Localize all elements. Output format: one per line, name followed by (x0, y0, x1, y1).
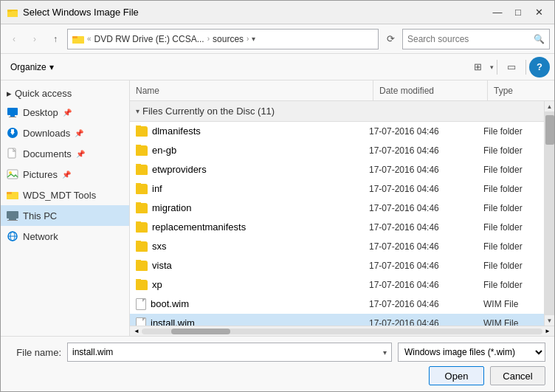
svg-rect-19 (9, 219, 16, 220)
refresh-button[interactable]: ⟳ (382, 30, 399, 48)
file-type: WIM File (478, 299, 544, 309)
table-row[interactable]: dlmanifests17-07-2016 04:46File folder (130, 122, 544, 141)
sidebar-item-downloads-label: Downloads (23, 128, 70, 139)
sidebar-item-downloads[interactable]: Downloads 📌 (1, 123, 129, 143)
sidebar-item-pictures[interactable]: Pictures 📌 (1, 164, 129, 185)
file-name: migration (152, 202, 191, 213)
table-row[interactable]: inf17-07-2016 04:46File folder (130, 179, 544, 199)
sidebar-item-desktop[interactable]: Desktop 📌 (1, 102, 129, 123)
view-dropdown-chevron[interactable]: ▾ (490, 63, 494, 71)
h-scroll-thumb (171, 329, 230, 334)
table-row[interactable]: sxs17-07-2016 04:46File folder (130, 237, 544, 256)
file-cell-name: vista (130, 260, 363, 271)
col-header-date[interactable]: Date modified (373, 80, 488, 100)
file-date: 17-07-2016 04:46 (363, 318, 478, 326)
table-row[interactable]: etwproviders17-07-2016 04:46File folder (130, 160, 544, 179)
cancel-button[interactable]: Cancel (490, 366, 545, 385)
toolbar-divider-2 (525, 60, 526, 75)
file-name: inf (152, 183, 162, 194)
sidebar-item-wds-mdt[interactable]: WDS_MDT Tools (1, 185, 129, 205)
open-button[interactable]: Open (429, 366, 484, 385)
file-cell-name: dlmanifests (130, 125, 363, 137)
title-bar-buttons: — □ ✕ (488, 4, 548, 21)
h-scroll-track[interactable] (142, 329, 542, 334)
title-bar: Select Windows Image File — □ ✕ (1, 1, 554, 24)
filename-dropdown-button[interactable]: ▾ (383, 348, 387, 357)
svg-rect-2 (7, 10, 12, 12)
file-list: ▾ Files Currently on the Disc (11) dlman… (130, 101, 544, 326)
path-segment-drive[interactable]: DVD RW Drive (E:) CCSA... (94, 34, 204, 44)
file-date: 17-07-2016 04:46 (363, 261, 478, 271)
scroll-down-button[interactable]: ▼ (545, 315, 555, 326)
table-row[interactable]: boot.wim17-07-2016 04:46WIM File (130, 295, 544, 314)
table-row[interactable]: replacementmanifests17-07-2016 04:46File… (130, 218, 544, 237)
file-type: File folder (478, 222, 544, 233)
file-type: File folder (478, 241, 544, 252)
group-label: Files Currently on the Disc (11) (142, 106, 275, 117)
table-row[interactable]: vista17-07-2016 04:46File folder (130, 256, 544, 275)
bottom-bar: File name: ▾ Windows image files (*.wim)… (1, 336, 554, 391)
file-cell-name: migration (130, 202, 363, 213)
view-button-grid[interactable]: ⊞ (466, 57, 489, 78)
sidebar-header-quick-access[interactable]: ▸ Quick access (1, 85, 129, 102)
file-type: File folder (478, 145, 544, 156)
table-row[interactable]: xp17-07-2016 04:46File folder (130, 275, 544, 295)
svg-rect-20 (7, 220, 18, 221)
folder-icon (136, 280, 148, 290)
vertical-scrollbar[interactable]: ▲ ▼ (544, 101, 554, 326)
sidebar-item-network-label: Network (23, 231, 58, 242)
file-cell-name: inf (130, 183, 363, 194)
back-button[interactable]: ‹ (5, 30, 23, 48)
file-cell-name: boot.wim (130, 298, 363, 310)
scroll-track[interactable] (545, 111, 555, 315)
up-button[interactable]: ↑ (46, 30, 64, 48)
path-chevron: ▾ (252, 35, 255, 43)
table-row[interactable]: migration17-07-2016 04:46File folder (130, 199, 544, 218)
horizontal-scrollbar[interactable]: ◄ ► (130, 326, 554, 336)
scroll-thumb (545, 115, 554, 145)
dialog-window: Select Windows Image File — □ ✕ ‹ › ↑ « … (0, 0, 555, 392)
folder-icon (136, 165, 148, 175)
scroll-right-button[interactable]: ► (542, 326, 553, 337)
search-box[interactable]: 🔍 (402, 29, 550, 49)
help-button[interactable]: ? (529, 57, 550, 78)
svg-rect-16 (7, 193, 18, 199)
file-date: 17-07-2016 04:46 (363, 222, 478, 233)
table-row[interactable]: en-gb17-07-2016 04:46File folder (130, 141, 544, 160)
view-button-details[interactable]: ▭ (500, 57, 523, 78)
file-name: en-gb (152, 145, 176, 156)
address-bar: ‹ › ↑ « DVD RW Drive (E:) CCSA... › sour… (1, 24, 554, 54)
scroll-up-button[interactable]: ▲ (545, 101, 555, 111)
search-input[interactable] (407, 34, 534, 44)
sidebar-item-pictures-label: Pictures (23, 169, 58, 180)
sidebar-item-documents[interactable]: Documents 📌 (1, 143, 129, 164)
sidebar-item-network[interactable]: Network (1, 226, 129, 247)
forward-button[interactable]: › (26, 30, 44, 48)
close-button[interactable]: ✕ (529, 4, 548, 21)
address-path[interactable]: « DVD RW Drive (E:) CCSA... › sources › … (67, 29, 379, 49)
path-segment-sources[interactable]: sources (213, 34, 244, 44)
file-rows-container: dlmanifests17-07-2016 04:46File folderen… (130, 122, 544, 326)
col-header-name[interactable]: Name (130, 80, 373, 100)
group-header[interactable]: ▾ Files Currently on the Disc (11) (130, 101, 544, 122)
organize-chevron: ▾ (49, 62, 54, 72)
file-cell-name: replacementmanifests (130, 221, 363, 233)
file-type: File folder (478, 261, 544, 271)
maximize-button[interactable]: □ (509, 4, 528, 21)
organize-button[interactable]: Organize ▾ (5, 59, 59, 75)
scroll-left-button[interactable]: ◄ (131, 326, 142, 337)
pictures-icon (7, 168, 18, 180)
col-header-type[interactable]: Type (488, 80, 554, 100)
minimize-button[interactable]: — (488, 4, 507, 21)
path-separator-1: « (87, 35, 92, 43)
file-cell-name: sxs (130, 241, 363, 252)
table-row[interactable]: install.wim17-07-2016 04:46WIM File (130, 314, 544, 326)
sidebar-item-this-pc[interactable]: This PC (1, 205, 129, 226)
column-headers: Name Date modified Type (130, 80, 554, 101)
network-icon (7, 230, 18, 242)
filetype-select[interactable]: Windows image files (*.wim)All files (*.… (398, 343, 545, 362)
file-name: xp (152, 279, 162, 290)
filename-input[interactable] (72, 347, 383, 357)
documents-icon (7, 148, 18, 159)
file-cell-name: etwproviders (130, 164, 363, 175)
